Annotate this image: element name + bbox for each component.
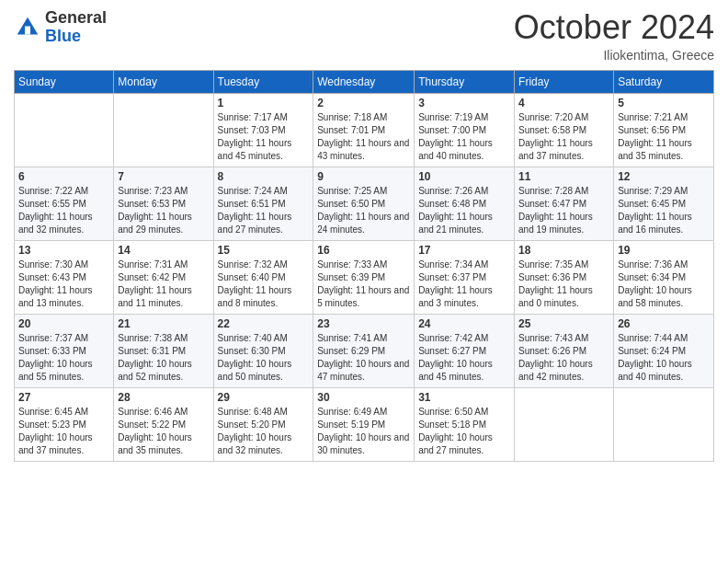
table-row: 10Sunrise: 7:26 AM Sunset: 6:48 PM Dayli…: [415, 167, 515, 240]
table-row: 25Sunrise: 7:43 AM Sunset: 6:26 PM Dayli…: [515, 314, 614, 387]
table-row: 9Sunrise: 7:25 AM Sunset: 6:50 PM Daylig…: [313, 167, 415, 240]
day-info: Sunrise: 7:18 AM Sunset: 7:01 PM Dayligh…: [317, 111, 410, 163]
col-monday: Monday: [114, 70, 213, 93]
day-number: 13: [18, 244, 109, 257]
logo: General Blue: [14, 9, 107, 46]
day-info: Sunrise: 6:49 AM Sunset: 5:19 PM Dayligh…: [317, 406, 410, 457]
table-row: 28Sunrise: 6:46 AM Sunset: 5:22 PM Dayli…: [114, 387, 213, 461]
calendar-week-2: 6Sunrise: 7:22 AM Sunset: 6:55 PM Daylig…: [15, 167, 714, 240]
day-number: 19: [618, 244, 710, 257]
day-info: Sunrise: 7:38 AM Sunset: 6:31 PM Dayligh…: [118, 332, 209, 384]
calendar-header-row: Sunday Monday Tuesday Wednesday Thursday…: [15, 70, 714, 93]
table-row: 8Sunrise: 7:24 AM Sunset: 6:51 PM Daylig…: [213, 167, 313, 240]
table-row: 4Sunrise: 7:20 AM Sunset: 6:58 PM Daylig…: [515, 93, 614, 167]
table-row: 30Sunrise: 6:49 AM Sunset: 5:19 PM Dayli…: [313, 387, 415, 461]
table-row: 5Sunrise: 7:21 AM Sunset: 6:56 PM Daylig…: [614, 93, 714, 167]
day-info: Sunrise: 7:17 AM Sunset: 7:03 PM Dayligh…: [218, 111, 310, 163]
calendar-table: Sunday Monday Tuesday Wednesday Thursday…: [14, 70, 714, 462]
table-row: [614, 387, 714, 461]
day-info: Sunrise: 6:46 AM Sunset: 5:22 PM Dayligh…: [118, 406, 209, 457]
table-row: 29Sunrise: 6:48 AM Sunset: 5:20 PM Dayli…: [213, 387, 313, 461]
table-row: 19Sunrise: 7:36 AM Sunset: 6:34 PM Dayli…: [614, 240, 714, 314]
day-number: 7: [118, 170, 209, 183]
day-number: 18: [518, 244, 609, 257]
table-row: 20Sunrise: 7:37 AM Sunset: 6:33 PM Dayli…: [15, 314, 114, 387]
day-number: 12: [618, 170, 710, 183]
table-row: 6Sunrise: 7:22 AM Sunset: 6:55 PM Daylig…: [15, 167, 114, 240]
day-number: 3: [418, 97, 510, 109]
day-number: 17: [418, 244, 510, 257]
day-info: Sunrise: 6:50 AM Sunset: 5:18 PM Dayligh…: [418, 406, 510, 457]
day-info: Sunrise: 7:40 AM Sunset: 6:30 PM Dayligh…: [218, 332, 310, 384]
day-info: Sunrise: 7:23 AM Sunset: 6:53 PM Dayligh…: [118, 185, 209, 236]
col-thursday: Thursday: [415, 70, 515, 93]
day-info: Sunrise: 7:24 AM Sunset: 6:51 PM Dayligh…: [218, 185, 310, 236]
svg-rect-1: [25, 26, 30, 34]
day-info: Sunrise: 7:36 AM Sunset: 6:34 PM Dayligh…: [618, 259, 710, 310]
day-number: 15: [218, 244, 310, 257]
table-row: 14Sunrise: 7:31 AM Sunset: 6:42 PM Dayli…: [114, 240, 213, 314]
day-number: 14: [118, 244, 209, 257]
table-row: 18Sunrise: 7:35 AM Sunset: 6:36 PM Dayli…: [515, 240, 614, 314]
table-row: 26Sunrise: 7:44 AM Sunset: 6:24 PM Dayli…: [614, 314, 714, 387]
logo-general: General: [45, 9, 107, 28]
col-wednesday: Wednesday: [313, 70, 415, 93]
day-number: 29: [218, 391, 310, 404]
day-info: Sunrise: 7:32 AM Sunset: 6:40 PM Dayligh…: [218, 259, 310, 310]
day-info: Sunrise: 7:30 AM Sunset: 6:43 PM Dayligh…: [18, 259, 109, 310]
day-number: 9: [317, 170, 410, 183]
table-row: 11Sunrise: 7:28 AM Sunset: 6:47 PM Dayli…: [515, 167, 614, 240]
day-info: Sunrise: 7:20 AM Sunset: 6:58 PM Dayligh…: [518, 111, 609, 163]
day-info: Sunrise: 7:26 AM Sunset: 6:48 PM Dayligh…: [418, 185, 510, 236]
day-info: Sunrise: 7:42 AM Sunset: 6:27 PM Dayligh…: [418, 332, 510, 384]
table-row: 12Sunrise: 7:29 AM Sunset: 6:45 PM Dayli…: [614, 167, 714, 240]
table-row: 27Sunrise: 6:45 AM Sunset: 5:23 PM Dayli…: [15, 387, 114, 461]
day-info: Sunrise: 7:34 AM Sunset: 6:37 PM Dayligh…: [418, 259, 510, 310]
day-info: Sunrise: 7:29 AM Sunset: 6:45 PM Dayligh…: [618, 185, 710, 236]
day-info: Sunrise: 7:25 AM Sunset: 6:50 PM Dayligh…: [317, 185, 410, 236]
table-row: [114, 93, 213, 167]
day-number: 4: [518, 97, 609, 109]
location: Iliokentima, Greece: [514, 48, 714, 63]
day-number: 6: [18, 170, 109, 183]
col-saturday: Saturday: [614, 70, 714, 93]
table-row: 22Sunrise: 7:40 AM Sunset: 6:30 PM Dayli…: [213, 314, 313, 387]
title-block: October 2024 Iliokentima, Greece: [514, 9, 714, 63]
table-row: 24Sunrise: 7:42 AM Sunset: 6:27 PM Dayli…: [415, 314, 515, 387]
table-row: 1Sunrise: 7:17 AM Sunset: 7:03 PM Daylig…: [213, 93, 313, 167]
day-number: 10: [418, 170, 510, 183]
table-row: [15, 93, 114, 167]
col-friday: Friday: [515, 70, 614, 93]
day-number: 8: [218, 170, 310, 183]
day-number: 11: [518, 170, 609, 183]
month-title: October 2024: [514, 9, 714, 46]
day-info: Sunrise: 7:41 AM Sunset: 6:29 PM Dayligh…: [317, 332, 410, 384]
col-sunday: Sunday: [15, 70, 114, 93]
day-info: Sunrise: 7:19 AM Sunset: 7:00 PM Dayligh…: [418, 111, 510, 163]
day-number: 1: [218, 97, 310, 109]
day-number: 28: [118, 391, 209, 404]
table-row: 3Sunrise: 7:19 AM Sunset: 7:00 PM Daylig…: [415, 93, 515, 167]
day-number: 2: [317, 97, 410, 109]
day-info: Sunrise: 6:48 AM Sunset: 5:20 PM Dayligh…: [218, 406, 310, 457]
table-row: 31Sunrise: 6:50 AM Sunset: 5:18 PM Dayli…: [415, 387, 515, 461]
table-row: 15Sunrise: 7:32 AM Sunset: 6:40 PM Dayli…: [213, 240, 313, 314]
day-info: Sunrise: 7:43 AM Sunset: 6:26 PM Dayligh…: [518, 332, 609, 384]
day-info: Sunrise: 7:31 AM Sunset: 6:42 PM Dayligh…: [118, 259, 209, 310]
day-info: Sunrise: 7:21 AM Sunset: 6:56 PM Dayligh…: [618, 111, 710, 163]
header: General Blue October 2024 Iliokentima, G…: [14, 9, 714, 63]
logo-blue: Blue: [45, 28, 107, 46]
table-row: 2Sunrise: 7:18 AM Sunset: 7:01 PM Daylig…: [313, 93, 415, 167]
page: General Blue October 2024 Iliokentima, G…: [0, 0, 728, 563]
calendar-week-3: 13Sunrise: 7:30 AM Sunset: 6:43 PM Dayli…: [15, 240, 714, 314]
table-row: 7Sunrise: 7:23 AM Sunset: 6:53 PM Daylig…: [114, 167, 213, 240]
day-info: Sunrise: 7:35 AM Sunset: 6:36 PM Dayligh…: [518, 259, 609, 310]
table-row: 23Sunrise: 7:41 AM Sunset: 6:29 PM Dayli…: [313, 314, 415, 387]
table-row: [515, 387, 614, 461]
logo-icon: [14, 14, 41, 41]
calendar-week-4: 20Sunrise: 7:37 AM Sunset: 6:33 PM Dayli…: [15, 314, 714, 387]
col-tuesday: Tuesday: [213, 70, 313, 93]
day-number: 16: [317, 244, 410, 257]
day-number: 21: [118, 317, 209, 330]
day-number: 25: [518, 317, 609, 330]
